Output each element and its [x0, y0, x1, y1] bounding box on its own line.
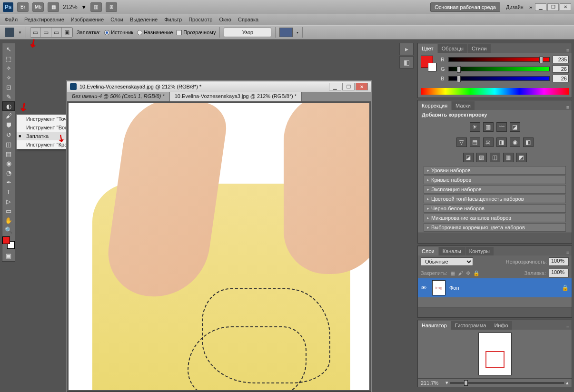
preset-curves[interactable]: Кривые наборов: [424, 176, 566, 184]
tool-lasso[interactable]: ⟡: [2, 63, 15, 73]
selection-add[interactable]: ▭: [41, 28, 51, 37]
tab-info[interactable]: Инфо: [490, 321, 512, 330]
lock-transparency-icon[interactable]: ▦: [450, 270, 455, 276]
menu-image[interactable]: Изображение: [71, 17, 104, 22]
adj-gradmap-icon[interactable]: ▥: [503, 153, 514, 162]
menu-view[interactable]: Просмотр: [188, 17, 212, 22]
layer-visibility-icon[interactable]: 👁: [421, 284, 428, 292]
tab-styles[interactable]: Стили: [468, 44, 491, 53]
adj-exposure-icon[interactable]: ◪: [510, 122, 520, 132]
tool-type[interactable]: T: [2, 187, 15, 196]
tab-histogram[interactable]: Гистограмма: [451, 321, 490, 330]
extras-button[interactable]: ⊞: [106, 2, 117, 12]
preset-mixer[interactable]: Микширование каналов наборов: [424, 214, 566, 222]
adj-threshold-icon[interactable]: ◫: [490, 153, 500, 162]
r-value[interactable]: 235: [553, 56, 569, 63]
pattern-button[interactable]: Узор: [224, 28, 271, 37]
tool-hand[interactable]: ✋: [2, 216, 15, 225]
window-restore[interactable]: ❐: [547, 3, 559, 11]
adj-vibrance-icon[interactable]: ▽: [456, 137, 467, 147]
window-minimize[interactable]: ▁: [535, 3, 546, 11]
adj-invert-icon[interactable]: ◪: [463, 153, 474, 162]
zoom-in-icon[interactable]: ▴: [566, 380, 569, 386]
adj-photo-icon[interactable]: ◉: [510, 137, 520, 147]
navigator-preview[interactable]: [478, 333, 512, 375]
preset-bw[interactable]: Черно-белое наборов: [424, 204, 566, 213]
adj-mixer-icon[interactable]: ◧: [523, 137, 534, 147]
quickmask-toggle[interactable]: ▣: [2, 251, 15, 260]
chevron-down-icon[interactable]: ▼: [81, 4, 87, 10]
tool-history-brush[interactable]: ↺: [2, 130, 15, 139]
tab-layers[interactable]: Слои: [418, 247, 438, 255]
panel-menu-icon[interactable]: ≡: [564, 47, 572, 53]
adj-balance-icon[interactable]: ⚖: [483, 137, 494, 147]
preset-hue[interactable]: Цветовой тон/Насыщенность наборов: [424, 195, 566, 203]
workspace-more-icon[interactable]: »: [529, 4, 532, 10]
selection-new[interactable]: ▭: [30, 28, 41, 37]
fill-field[interactable]: 100%: [549, 269, 569, 277]
tab-masks[interactable]: Маски: [452, 101, 475, 110]
tool-crop[interactable]: ⊡: [2, 82, 15, 92]
panel-menu-icon[interactable]: ≡: [564, 250, 572, 255]
layer-thumbnail[interactable]: img: [432, 280, 445, 295]
tab-navigator[interactable]: Навигатор: [418, 321, 451, 330]
tool-stamp[interactable]: ⛊: [2, 120, 15, 130]
selection-intersect[interactable]: ▣: [62, 28, 72, 37]
tool-marquee[interactable]: ⬚: [2, 54, 15, 63]
tool-brush[interactable]: 🖌: [2, 111, 15, 120]
tool-preset-dropdown[interactable]: ▼: [18, 30, 22, 35]
adj-curves-icon[interactable]: 〰: [496, 122, 507, 132]
tool-dodge[interactable]: ◔: [2, 168, 15, 177]
tool-healing[interactable]: ◐: [2, 101, 15, 111]
checkbox-transparent[interactable]: Прозрачному: [177, 29, 216, 35]
radio-source[interactable]: Источник: [104, 29, 133, 35]
minibridge-button[interactable]: Mb: [32, 2, 44, 12]
tool-zoom[interactable]: 🔍: [2, 225, 15, 235]
tool-eraser[interactable]: ◫: [2, 139, 15, 149]
tab-channels[interactable]: Каналы: [439, 247, 465, 255]
adj-selective-icon[interactable]: ◩: [516, 153, 527, 162]
pattern-dropdown[interactable]: ▾: [297, 30, 298, 35]
zoom-level[interactable]: 212%: [63, 4, 78, 10]
menu-select[interactable]: Выделение: [130, 17, 158, 22]
b-value[interactable]: 26: [553, 75, 569, 82]
dock-history-icon[interactable]: ◧: [399, 56, 414, 69]
bridge-button[interactable]: Br: [17, 2, 29, 12]
tool-path[interactable]: ▷: [2, 196, 15, 206]
pattern-swatch[interactable]: [279, 28, 293, 37]
tool-eyedropper[interactable]: ✎: [2, 92, 15, 101]
b-slider[interactable]: [448, 76, 550, 81]
tool-pen[interactable]: ✒: [2, 177, 15, 187]
workspace-switcher[interactable]: Основная рабочая среда: [430, 2, 500, 12]
adj-levels-icon[interactable]: ▥: [483, 122, 494, 132]
zoom-out-icon[interactable]: ▾: [445, 380, 448, 386]
preset-exposure[interactable]: Экспозиция наборов: [424, 185, 566, 194]
screenmode-button[interactable]: ▦: [48, 2, 59, 12]
navigator-zoom-slider[interactable]: [450, 382, 564, 384]
lock-position-icon[interactable]: ✥: [466, 270, 470, 276]
menu-filter[interactable]: Фильтр: [164, 17, 182, 22]
document-titlebar[interactable]: 10.Evelina-Voznesenskaya3.jpg @ 212% (RG…: [67, 81, 371, 92]
layer-name[interactable]: Фон: [449, 285, 459, 291]
tool-move[interactable]: ↖: [2, 44, 15, 54]
document-tab-0[interactable]: Без имени-4 @ 50% (Слой 1, RGB/8) *: [67, 92, 170, 101]
lock-pixels-icon[interactable]: 🖌: [458, 270, 463, 276]
navigator-zoom-field[interactable]: 211.7%: [421, 380, 444, 386]
foreground-background-colors[interactable]: [2, 236, 15, 249]
doc-minimize[interactable]: ▁: [329, 83, 341, 90]
lock-all-icon[interactable]: 🔒: [473, 270, 480, 276]
preset-levels[interactable]: Уровни наборов: [424, 166, 566, 175]
foreground-color[interactable]: [2, 236, 10, 244]
doc-maximize[interactable]: ❐: [342, 83, 355, 90]
g-value[interactable]: 26: [553, 65, 569, 73]
tool-blur[interactable]: ◉: [2, 158, 15, 168]
tab-adjustments[interactable]: Коррекция: [418, 101, 451, 110]
document-tab-1[interactable]: 10.Evelina-Voznesenskaya3.jpg @ 212% (RG…: [170, 92, 302, 101]
doc-close[interactable]: ✕: [356, 83, 368, 90]
opacity-field[interactable]: 100%: [549, 257, 569, 266]
tab-swatches[interactable]: Образцы: [438, 44, 467, 53]
design-workspace[interactable]: Дизайн: [503, 4, 526, 10]
color-spectrum[interactable]: [421, 88, 569, 95]
blend-mode-select[interactable]: Обычные: [421, 257, 473, 266]
dock-expand-icon[interactable]: ▸: [399, 43, 414, 55]
